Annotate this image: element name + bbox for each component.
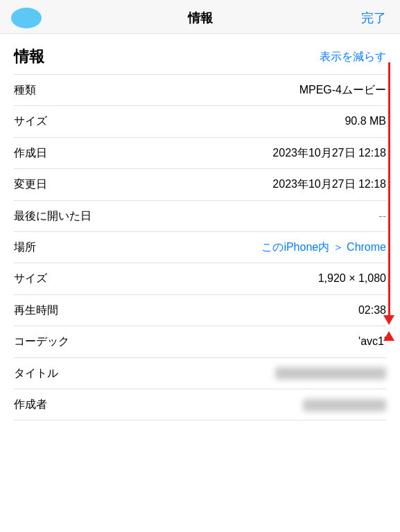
table-row: コーデック 'avc1' [14, 326, 386, 357]
svg-point-0 [19, 11, 33, 25]
row-label: 作成者 [14, 397, 58, 412]
annotation-arrow-down [383, 315, 394, 325]
row-value-blurred [58, 397, 386, 412]
row-label: 場所 [14, 240, 47, 255]
table-row: 変更日 2023年10月27日 12:18 [14, 169, 386, 200]
row-label: 最後に開いた日 [14, 209, 103, 224]
row-value: 2023年10月27日 12:18 [58, 145, 386, 161]
row-value: 1,920 × 1,080 [58, 271, 386, 286]
header-title: 情報 [188, 10, 213, 26]
row-label: 再生時間 [14, 303, 69, 318]
row-value: -- [103, 209, 386, 224]
row-value: 2023年10月27日 12:18 [58, 177, 386, 192]
table-row: 作成者 [14, 389, 386, 420]
toggle-button[interactable]: 表示を減らす [320, 50, 386, 64]
table-row: サイズ 90.8 MB [14, 106, 386, 137]
row-value: 90.8 MB [58, 114, 386, 129]
back-button[interactable] [11, 8, 42, 28]
row-label: 変更日 [14, 177, 58, 192]
annotation-line [388, 62, 390, 319]
row-label: タイトル [14, 366, 69, 381]
row-label: 作成日 [14, 145, 58, 161]
row-value: 02:38 [69, 303, 386, 318]
row-label: サイズ [14, 271, 58, 286]
row-value: 'avc1' [80, 334, 386, 349]
section-header: 情報 表示を減らす [14, 34, 386, 74]
table-row: 最後に開いた日 -- [14, 201, 386, 232]
table-row: 場所 このiPhone内 ＞ Chrome [14, 232, 386, 263]
page-wrapper: 情報 完了 情報 表示を減らす 種類 MPEG-4ムービー サイズ 90.8 M… [0, 0, 400, 532]
table-row: タイトル [14, 358, 386, 389]
row-label: 種類 [14, 82, 47, 98]
table-row: 種類 MPEG-4ムービー [14, 75, 386, 106]
row-label: コーデック [14, 334, 80, 349]
row-label: サイズ [14, 114, 58, 129]
annotation-arrow-up [383, 331, 394, 341]
table-row: 作成日 2023年10月27日 12:18 [14, 138, 386, 169]
info-table: 種類 MPEG-4ムービー サイズ 90.8 MB 作成日 2023年10月27… [14, 74, 386, 420]
row-value: MPEG-4ムービー [47, 82, 386, 98]
content: 情報 表示を減らす 種類 MPEG-4ムービー サイズ 90.8 MB 作成日 … [0, 34, 400, 420]
section-title: 情報 [14, 46, 44, 67]
row-value-blurred [69, 366, 386, 381]
table-row: 再生時間 02:38 [14, 295, 386, 326]
blurred-content [303, 399, 386, 411]
table-row: サイズ 1,920 × 1,080 [14, 263, 386, 294]
blurred-content [275, 367, 386, 380]
header: 情報 完了 [0, 0, 400, 34]
done-button[interactable]: 完了 [361, 10, 386, 26]
row-value-link[interactable]: このiPhone内 ＞ Chrome [47, 240, 386, 255]
